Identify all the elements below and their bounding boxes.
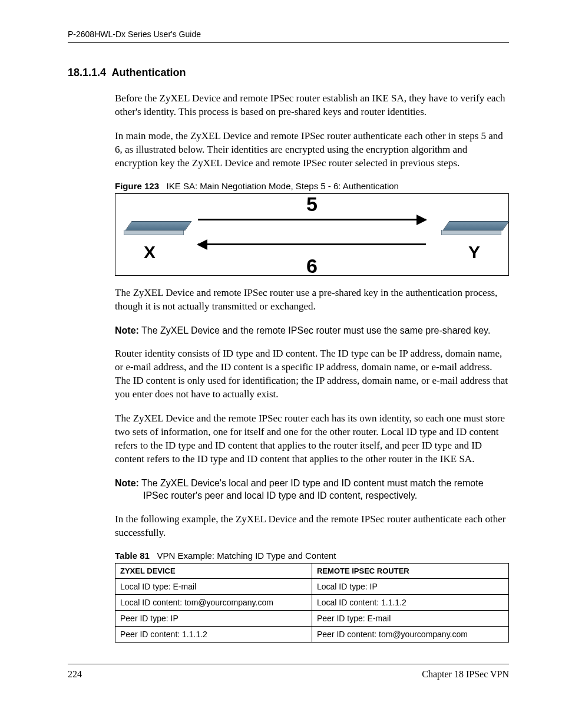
table-row: Peer ID type: IP Peer ID type: E-mail [115,610,509,626]
table-caption: Table 81 VPN Example: Matching ID Type a… [115,551,509,561]
page: P-2608HWL-Dx Series User's Guide 18.1.1.… [0,0,562,703]
note: Note: The ZyXEL Device and the remote IP… [115,324,509,337]
paragraph: Before the ZyXEL Device and remote IPSec… [115,92,509,119]
running-header: P-2608HWL-Dx Series User's Guide [68,29,509,43]
table-cell: Peer ID content: 1.1.1.2 [115,626,312,642]
paragraph: The ZyXEL Device and the remote IPSec ro… [115,412,509,466]
device-right-icon [441,221,500,235]
device-y-label: Y [468,242,480,262]
table-cell: Local ID type: E-mail [115,578,312,594]
device-left-icon [124,221,183,235]
table-cell: Peer ID content: tom@yourcompany.com [312,626,509,642]
note-text: The ZyXEL Device's local and peer ID typ… [141,478,484,501]
figure-caption: Figure 123 IKE SA: Main Negotiation Mode… [115,181,509,191]
section-heading: 18.1.1.4 Authentication [68,67,509,79]
table-cell: Local ID content: 1.1.1.2 [312,594,509,610]
table-cell: Peer ID type: IP [115,610,312,626]
chapter-label: Chapter 18 IPSec VPN [422,669,509,680]
paragraph: In main mode, the ZyXEL Device and remot… [115,130,509,170]
table-cell: Local ID type: IP [312,578,509,594]
section-number: 18.1.1.4 [68,67,106,78]
note-label: Note: [115,478,139,488]
note: Note: The ZyXEL Device's local and peer … [115,477,509,502]
page-footer: 224 Chapter 18 IPSec VPN [68,664,509,680]
table-label: Table 81 [115,551,150,561]
step-5-label: 5 [306,193,318,216]
device-x-label: X [144,242,156,262]
figure-caption-text: IKE SA: Main Negotiation Mode, Steps 5 -… [167,181,399,191]
table-row: Local ID content: tom@yourcompany.com Lo… [115,594,509,610]
note-label: Note: [115,325,139,335]
paragraph: The ZyXEL Device and remote IPSec router… [115,286,509,314]
vpn-example-table: ZYXEL DEVICE REMOTE IPSEC ROUTER Local I… [115,563,509,643]
paragraph: Router identity consists of ID type and … [115,347,509,401]
table-header-row: ZYXEL DEVICE REMOTE IPSEC ROUTER [115,563,509,578]
table-caption-text: VPN Example: Matching ID Type and Conten… [157,551,336,561]
note-text: The ZyXEL Device and the remote IPSec ro… [141,325,490,335]
arrow-right-icon [198,219,426,220]
table-cell: Peer ID type: E-mail [312,610,509,626]
figure-ike-auth: 5 6 X Y [115,193,509,276]
step-6-label: 6 [306,255,318,278]
page-number: 224 [68,669,82,680]
table-header-cell: REMOTE IPSEC ROUTER [312,563,509,578]
arrow-left-icon [198,243,426,245]
table-row: Local ID type: E-mail Local ID type: IP [115,578,509,594]
table-cell: Local ID content: tom@yourcompany.com [115,594,312,610]
figure-label: Figure 123 [115,181,159,191]
paragraph: In the following example, the ZyXEL Devi… [115,513,509,540]
table-header-cell: ZYXEL DEVICE [115,563,312,578]
section-title: Authentication [111,67,186,78]
table-row: Peer ID content: 1.1.1.2 Peer ID content… [115,626,509,642]
